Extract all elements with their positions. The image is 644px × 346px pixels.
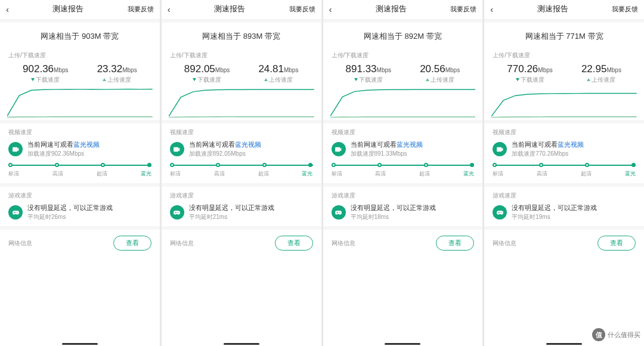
speed-panel: ‹ 测速报告 我要反馈 网速相当于 903M 带宽 上传/下载速度 902.36… xyxy=(0,0,162,346)
game-icon xyxy=(8,205,23,220)
top-bar: ‹ 测速报告 我要反馈 xyxy=(162,0,321,20)
game-latency-text: 没有明显延迟，可以正常游戏 xyxy=(351,203,436,212)
game-section: 游戏速度 没有明显延迟，可以正常游戏 平均延时18ms xyxy=(323,187,483,226)
page-title: 测速报告 xyxy=(376,4,407,14)
bandwidth-summary: 网速相当于 903M 带宽 xyxy=(0,23,160,48)
game-icon xyxy=(170,205,184,220)
upload-speed: 20.56Mbps 上传速度 xyxy=(420,63,460,84)
download-icon xyxy=(31,78,35,81)
download-icon xyxy=(193,78,196,81)
page-title: 测速报告 xyxy=(214,4,245,14)
bandwidth-summary: 网速相当于 771M 带宽 xyxy=(484,23,644,48)
video-section: 视频速度 当前网速可观看蓝光视频 加载速度892.05Mbps 标清高清超清蓝光 xyxy=(162,123,321,183)
download-speed: 770.26Mbps 下载速度 xyxy=(507,63,552,84)
download-speed: 892.05Mbps 下载速度 xyxy=(184,63,230,84)
upload-speed: 22.95Mbps 上传速度 xyxy=(581,63,621,84)
game-latency-value: 平均延时26ms xyxy=(27,213,113,221)
video-icon xyxy=(493,142,507,156)
video-icon xyxy=(332,142,346,156)
video-quality-text: 当前网速可观看蓝光视频 xyxy=(27,140,100,149)
video-load-speed: 加载速度770.26Mbps xyxy=(512,150,584,158)
video-load-speed: 加载速度891.33Mbps xyxy=(351,150,423,158)
upload-speed: 23.32Mbps 上传速度 xyxy=(97,63,137,84)
home-indicator xyxy=(62,343,98,345)
feedback-link[interactable]: 我要反馈 xyxy=(450,5,476,14)
video-section: 视频速度 当前网速可观看蓝光视频 加载速度770.26Mbps 标清高清超清蓝光 xyxy=(484,123,644,183)
view-button[interactable]: 查看 xyxy=(436,236,474,251)
network-info-label: 网络信息 xyxy=(332,239,355,248)
game-latency-text: 没有明显延迟，可以正常游戏 xyxy=(512,203,597,212)
game-latency-value: 平均延时21ms xyxy=(189,213,274,221)
feedback-link[interactable]: 我要反馈 xyxy=(612,5,638,14)
game-latency-text: 没有明显延迟，可以正常游戏 xyxy=(189,203,274,212)
upload-icon xyxy=(103,78,106,81)
back-icon[interactable]: ‹ xyxy=(6,4,9,14)
network-info-label: 网络信息 xyxy=(493,239,516,248)
quality-scale: 标清高清超清蓝光 xyxy=(170,163,313,178)
home-indicator xyxy=(224,343,259,345)
upload-icon xyxy=(264,78,268,81)
top-bar: ‹ 测速报告 我要反馈 xyxy=(484,0,644,20)
game-section: 游戏速度 没有明显延迟，可以正常游戏 平均延时19ms xyxy=(484,187,644,226)
updown-label: 上传/下载速度 xyxy=(170,51,313,60)
back-icon[interactable]: ‹ xyxy=(490,4,493,14)
watermark-text: 什么值得买 xyxy=(608,330,640,339)
speed-chart xyxy=(162,88,321,120)
top-bar: ‹ 测速报告 我要反馈 xyxy=(323,0,483,20)
quality-scale: 标清高清超清蓝光 xyxy=(493,163,636,178)
upload-icon xyxy=(426,78,429,81)
speed-panel: ‹ 测速报告 我要反馈 网速相当于 771M 带宽 上传/下载速度 770.26… xyxy=(484,0,644,346)
feedback-link[interactable]: 我要反馈 xyxy=(289,5,315,14)
quality-scale: 标清高清超清蓝光 xyxy=(332,163,475,178)
back-icon[interactable]: ‹ xyxy=(168,4,171,14)
network-info-label: 网络信息 xyxy=(8,239,32,248)
quality-scale: 标清高清超清蓝光 xyxy=(8,163,151,178)
video-icon xyxy=(8,142,23,156)
speed-chart xyxy=(0,88,160,120)
network-info-row: 网络信息 查看 xyxy=(162,230,321,257)
game-section: 游戏速度 没有明显延迟，可以正常游戏 平均延时21ms xyxy=(162,187,321,226)
back-icon[interactable]: ‹ xyxy=(329,4,332,14)
bandwidth-value: 892M xyxy=(405,32,425,41)
watermark: 值 什么值得买 xyxy=(592,328,640,341)
video-quality-text: 当前网速可观看蓝光视频 xyxy=(512,140,584,149)
page-title: 测速报告 xyxy=(52,4,83,14)
upload-icon xyxy=(587,78,590,81)
upload-speed: 24.81Mbps 上传速度 xyxy=(258,63,298,84)
bandwidth-value: 903M xyxy=(82,32,101,41)
speed-chart xyxy=(484,88,644,120)
download-icon xyxy=(354,78,358,81)
video-section: 视频速度 当前网速可观看蓝光视频 加载速度891.33Mbps 标清高清超清蓝光 xyxy=(323,123,483,183)
network-info-label: 网络信息 xyxy=(170,239,194,248)
bandwidth-summary: 网速相当于 893M 带宽 xyxy=(162,23,321,48)
video-quality-text: 当前网速可观看蓝光视频 xyxy=(189,140,261,149)
video-load-speed: 加载速度902.36Mbps xyxy=(27,150,100,158)
updown-label: 上传/下载速度 xyxy=(332,51,475,60)
bandwidth-summary: 网速相当于 892M 带宽 xyxy=(323,23,483,48)
download-speed: 902.36Mbps 下载速度 xyxy=(23,63,68,84)
updown-label: 上传/下载速度 xyxy=(493,51,636,60)
video-icon xyxy=(170,142,184,156)
speed-chart xyxy=(323,88,483,120)
page-title: 测速报告 xyxy=(537,4,568,14)
network-info-row: 网络信息 查看 xyxy=(0,230,160,257)
game-icon xyxy=(332,205,346,220)
bandwidth-value: 771M xyxy=(566,32,586,41)
video-load-speed: 加载速度892.05Mbps xyxy=(189,150,261,158)
download-icon xyxy=(516,78,519,81)
download-speed: 891.33Mbps 下载速度 xyxy=(346,63,391,84)
video-quality-text: 当前网速可观看蓝光视频 xyxy=(351,140,423,149)
updown-label: 上传/下载速度 xyxy=(8,51,151,60)
game-latency-value: 平均延时18ms xyxy=(351,213,436,221)
watermark-badge: 值 xyxy=(592,328,605,341)
view-button[interactable]: 查看 xyxy=(113,236,151,251)
network-info-row: 网络信息 查看 xyxy=(323,230,483,257)
view-button[interactable]: 查看 xyxy=(275,236,313,251)
top-bar: ‹ 测速报告 我要反馈 xyxy=(0,0,160,20)
speed-panel: ‹ 测速报告 我要反馈 网速相当于 892M 带宽 上传/下载速度 891.33… xyxy=(323,0,485,346)
bandwidth-value: 893M xyxy=(243,32,263,41)
view-button[interactable]: 查看 xyxy=(597,236,636,251)
game-section: 游戏速度 没有明显延迟，可以正常游戏 平均延时26ms xyxy=(0,187,160,226)
game-latency-value: 平均延时19ms xyxy=(512,213,597,221)
feedback-link[interactable]: 我要反馈 xyxy=(128,5,154,14)
